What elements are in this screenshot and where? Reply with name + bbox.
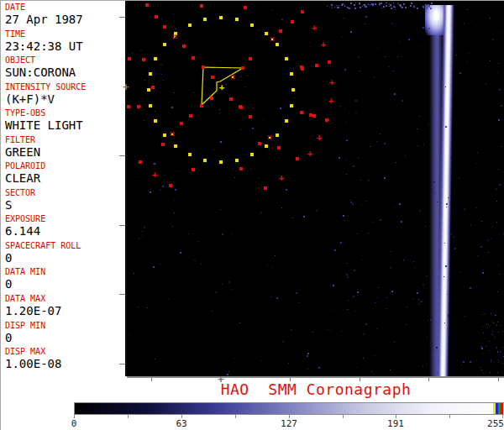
noise-pixel [276,297,278,299]
noise-pixel [390,267,391,269]
noise-pixel [350,200,351,201]
noise-pixel [477,255,478,256]
noise-pixel [466,61,467,62]
noise-pixel [241,76,242,76]
noise-pixel [488,324,489,325]
noise-pixel [411,6,412,7]
star-marker-red [244,6,247,9]
noise-pixel [375,355,375,356]
star-marker-red [145,3,149,7]
noise-pixel [347,309,348,310]
noise-pixel [390,370,391,370]
ring-marker-yellow [265,144,268,148]
noise-pixel [418,303,420,305]
noise-pixel [228,281,230,283]
noise-pixel [261,360,262,361]
ring-marker-yellow [188,24,192,27]
noise-pixel [480,246,482,248]
noise-pixel [363,358,364,359]
noise-pixel [258,29,259,30]
noise-pixel [501,105,502,107]
noise-pixel [403,3,405,5]
star-marker-red [249,115,252,118]
noise-pixel [365,16,367,18]
star-marker-red [312,114,316,118]
noise-pixel [489,341,490,342]
noise-pixel [416,150,417,151]
star-marker-red [301,67,304,71]
noise-pixel [433,50,434,50]
noise-pixel [426,364,427,364]
metadata-value: GREEN [5,144,125,160]
noise-pixel [428,124,429,125]
metadata-label: EXPOSURE [5,214,125,223]
ring-marker-yellow [219,16,223,19]
noise-pixel [493,322,494,323]
colorbar-tick-label: 191 [387,419,404,429]
ring-marker-yellow [203,18,207,21]
noise-pixel [253,108,254,108]
noise-pixel [430,8,432,9]
noise-pixel [310,42,311,43]
noise-pixel [489,350,490,351]
star-marker-plus: + [309,23,319,33]
noise-pixel [464,208,465,210]
noise-pixel [357,233,358,234]
noise-pixel [497,322,498,322]
noise-pixel [377,48,378,49]
noise-pixel [192,233,193,234]
noise-pixel [395,7,396,8]
colorbar-tick-label: 0 [71,419,77,429]
noise-pixel [271,144,272,145]
star-marker-red [315,64,318,67]
noise-pixel [193,92,194,93]
noise-pixel [423,8,424,8]
noise-pixel [346,122,347,123]
star-marker-red [229,97,233,101]
noise-pixel [279,134,280,135]
noise-pixel [495,337,496,338]
noise-pixel [194,260,195,260]
noise-pixel [477,50,478,50]
noise-pixel [481,221,482,222]
noise-pixel [482,272,484,274]
noise-pixel [261,136,262,137]
ring-marker-yellow [219,160,223,164]
noise-pixel [490,18,491,18]
noise-pixel [344,108,345,109]
noise-pixel [160,92,161,92]
noise-pixel [344,6,345,7]
noise-pixel [142,231,143,232]
noise-pixel [496,347,496,348]
noise-pixel [463,361,465,363]
noise-pixel [464,24,465,24]
noise-pixel [380,134,381,134]
noise-pixel [228,371,229,372]
noise-pixel [496,348,497,349]
noise-pixel [272,267,273,268]
noise-pixel [446,207,447,207]
noise-pixel [489,326,490,327]
noise-pixel [236,176,237,176]
noise-pixel [302,9,304,11]
noise-pixel [428,5,430,7]
noise-pixel [503,356,504,357]
star-marker-red [169,184,172,187]
noise-pixel [144,120,144,121]
noise-pixel [383,6,385,8]
noise-pixel [220,209,221,210]
noise-pixel [342,37,343,38]
noise-pixel [429,260,430,261]
noise-pixel [281,18,283,20]
noise-pixel [401,221,402,223]
noise-pixel [460,72,461,73]
noise-pixel [496,222,497,223]
noise-pixel [454,373,454,374]
noise-pixel [483,373,484,374]
noise-pixel [502,363,503,364]
noise-pixel [402,7,403,8]
metadata-value: 0 [5,250,125,266]
noise-pixel [338,5,339,6]
noise-pixel [147,307,148,308]
noise-pixel [364,4,365,6]
